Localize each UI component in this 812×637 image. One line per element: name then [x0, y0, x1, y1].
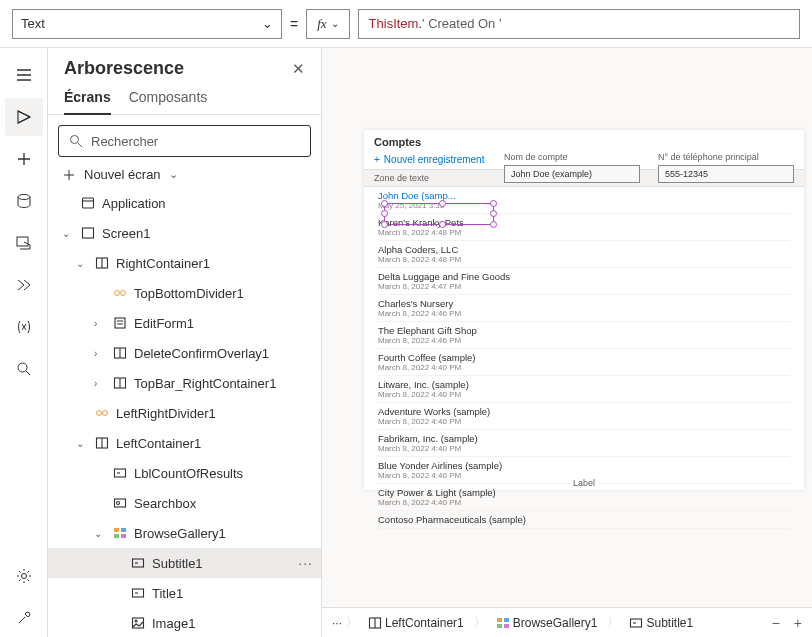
cont-icon [94, 255, 110, 271]
item-title: The Elephant Gift Shop [378, 325, 790, 336]
account-name-input[interactable]: John Doe (example) [504, 165, 640, 183]
tree-node[interactable]: ⌄BrowseGallery1 [48, 518, 321, 548]
data-icon[interactable] [5, 182, 43, 220]
list-item[interactable]: Litware, Inc. (sample)March 8, 2022 4:40… [378, 376, 790, 403]
tree-node[interactable]: ›TopBar_RightContainer1 [48, 368, 321, 398]
list-item[interactable]: Delta Luggage and Fine GoodsMarch 8, 202… [378, 268, 790, 295]
tree-node[interactable]: LeftRightDivider1 [48, 398, 321, 428]
formula-this: ThisItem [369, 16, 419, 31]
cont-icon [368, 616, 381, 629]
chevron-icon[interactable]: › [94, 318, 106, 329]
div-icon [112, 285, 128, 301]
new-screen-button[interactable]: Nouvel écran ⌄ [48, 163, 321, 188]
chevron-icon[interactable]: ⌄ [76, 438, 88, 449]
media-icon[interactable] [5, 224, 43, 262]
list-item[interactable]: Charles's NurseryMarch 8, 2022 4:46 PM [378, 295, 790, 322]
svg-rect-31 [504, 624, 509, 628]
close-icon[interactable]: ✕ [292, 60, 305, 78]
list-item[interactable]: Contoso Pharmaceuticals (sample) [378, 511, 790, 529]
item-title: Alpha Coders, LLC [378, 244, 790, 255]
left-rail [0, 48, 48, 637]
tree-node[interactable]: LblCountOfResults [48, 458, 321, 488]
item-subtitle: March 8, 2022 4:40 PM [378, 363, 790, 372]
fx-button[interactable]: fx ⌄ [306, 9, 349, 39]
formula-bar: Text ⌄ = fx ⌄ ThisItem.' Created On ' [0, 0, 812, 48]
app-title: Comptes [364, 130, 804, 150]
chevron-icon[interactable]: › [94, 378, 106, 389]
item-subtitle: March 8, 2022 4:46 PM [378, 336, 790, 345]
formula-prop: ' Created On ' [422, 16, 501, 31]
tab-components[interactable]: Composants [129, 83, 208, 114]
tree-node-label: TopBottomDivider1 [134, 286, 244, 301]
svg-point-18 [117, 502, 120, 505]
more-icon[interactable]: ··· [298, 555, 313, 571]
search-placeholder: Rechercher [91, 134, 158, 149]
cont-icon [112, 345, 128, 361]
breadcrumb-item[interactable]: Subtitle1 [623, 616, 699, 630]
svg-point-26 [135, 620, 137, 622]
formula-input[interactable]: ThisItem.' Created On ' [358, 9, 800, 39]
item-subtitle: March 8, 2022 4:48 PM [378, 255, 790, 264]
search-icon[interactable] [5, 350, 43, 388]
form-icon [112, 315, 128, 331]
div-icon [94, 405, 110, 421]
chevron-icon[interactable]: ⌄ [94, 528, 106, 539]
chevron-icon[interactable]: › [94, 348, 106, 359]
selection-box[interactable] [384, 203, 494, 225]
image-icon [130, 615, 146, 631]
plus-icon[interactable]: + [794, 615, 802, 631]
plus-icon[interactable] [5, 140, 43, 178]
tree-node-label: Application [102, 196, 166, 211]
screen-icon [80, 225, 96, 241]
tree-node-label: Screen1 [102, 226, 150, 241]
breadcrumb-item[interactable]: BrowseGallery1 [490, 616, 604, 630]
list-item[interactable]: City Power & Light (sample)March 8, 2022… [378, 484, 790, 511]
flow-icon[interactable] [5, 266, 43, 304]
tree-node[interactable]: ›DeleteConfirmOverlay1 [48, 338, 321, 368]
chevron-icon[interactable]: ⌄ [76, 258, 88, 269]
tree-view-icon[interactable] [5, 98, 43, 136]
settings-icon[interactable] [5, 557, 43, 595]
tree-node[interactable]: Application [48, 188, 321, 218]
tree-node[interactable]: Searchbox [48, 488, 321, 518]
chevron-down-icon: ⌄ [331, 18, 339, 29]
tree-node[interactable]: TopBottomDivider1 [48, 278, 321, 308]
tree-node-label: BrowseGallery1 [134, 526, 226, 541]
svg-rect-5 [83, 198, 94, 208]
search-input[interactable]: Rechercher [58, 125, 311, 157]
svg-rect-28 [497, 618, 502, 622]
breadcrumb-item[interactable]: LeftContainer1 [362, 616, 470, 630]
tree-panel: Arborescence ✕ Écrans Composants Recherc… [48, 48, 322, 637]
list-item[interactable]: Adventure Works (sample)March 8, 2022 4:… [378, 403, 790, 430]
hamburger-icon[interactable] [5, 56, 43, 94]
svg-rect-1 [17, 237, 28, 246]
tree-node[interactable]: ›EditForm1 [48, 308, 321, 338]
tab-screens[interactable]: Écrans [64, 83, 111, 115]
variables-icon[interactable] [5, 308, 43, 346]
text-icon [112, 465, 128, 481]
tree-node[interactable]: Image1 [48, 608, 321, 637]
item-subtitle: March 8, 2022 4:40 PM [378, 498, 790, 507]
minus-icon[interactable]: − [772, 615, 780, 631]
list-item[interactable]: Alpha Coders, LLCMarch 8, 2022 4:48 PM [378, 241, 790, 268]
list-item[interactable]: Fourth Coffee (sample)March 8, 2022 4:40… [378, 349, 790, 376]
field-label: Nom de compte [504, 152, 640, 162]
canvas[interactable]: Comptes Nom de compte John Doe (example)… [322, 48, 812, 607]
tree-node-label: LeftContainer1 [116, 436, 201, 451]
list-item[interactable]: The Elephant Gift ShopMarch 8, 2022 4:46… [378, 322, 790, 349]
svg-rect-6 [83, 228, 94, 238]
tree-node[interactable]: ⌄LeftContainer1 [48, 428, 321, 458]
tree-node[interactable]: Subtitle1··· [48, 548, 321, 578]
tree-node[interactable]: ⌄RightContainer1 [48, 248, 321, 278]
phone-input[interactable]: 555-12345 [658, 165, 794, 183]
tree-node[interactable]: ⌄Screen1 [48, 218, 321, 248]
chevron-icon[interactable]: ⌄ [62, 228, 74, 239]
tree-node[interactable]: Title1 [48, 578, 321, 608]
property-select[interactable]: Text ⌄ [12, 9, 282, 39]
tools-icon[interactable] [5, 599, 43, 637]
list-item[interactable]: Fabrikam, Inc. (sample)March 8, 2022 4:4… [378, 430, 790, 457]
tree-node-label: DeleteConfirmOverlay1 [134, 346, 269, 361]
panel-title: Arborescence [64, 58, 184, 79]
svg-point-0 [18, 195, 30, 200]
breadcrumb-more[interactable]: ··· [332, 616, 342, 630]
